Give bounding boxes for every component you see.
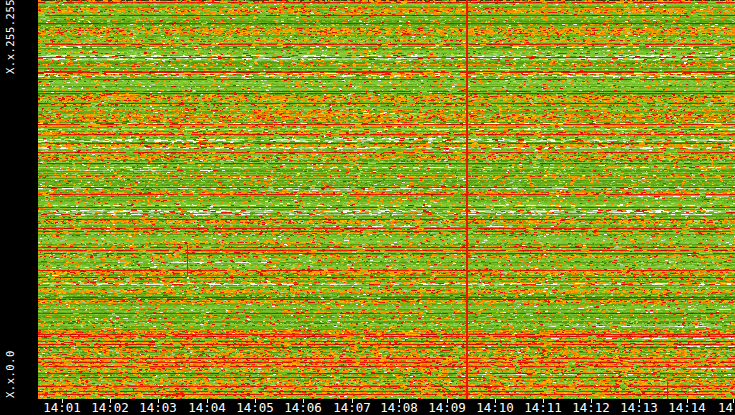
x-tick-label: 14 [718, 401, 733, 414]
time-axis: 14:0114:0214:0314:0414:0514:0614:0714:08… [0, 399, 735, 415]
x-tick-label: 14:02 [91, 401, 129, 414]
x-tick-label: 14:09 [428, 401, 466, 414]
x-tick-label: 14:12 [572, 401, 610, 414]
y-axis-bottom-label: X.x.0.0 [4, 350, 17, 398]
x-tick-label: 14:06 [284, 401, 322, 414]
x-tick-label: 14:05 [236, 401, 274, 414]
x-tick-label: 14:03 [139, 401, 177, 414]
x-tick-label: 14:10 [476, 401, 514, 414]
x-tick-label: 14:11 [524, 401, 562, 414]
x-tick-label: 14:01 [43, 401, 81, 414]
x-tick [733, 399, 734, 403]
y-axis: X.x.255.255 X.x.0.0 [0, 0, 38, 415]
y-axis-top-label: X.x.255.255 [4, 0, 17, 74]
x-tick-label: 14:13 [620, 401, 658, 414]
x-tick-label: 14:14 [668, 401, 706, 414]
x-tick-label: 14:07 [333, 401, 371, 414]
heatmap-plot-canvas [38, 0, 735, 399]
x-tick-label: 14:04 [188, 401, 226, 414]
x-tick-label: 14:08 [380, 401, 418, 414]
network-traffic-heatmap: X.x.255.255 X.x.0.0 14:0114:0214:0314:04… [0, 0, 735, 415]
